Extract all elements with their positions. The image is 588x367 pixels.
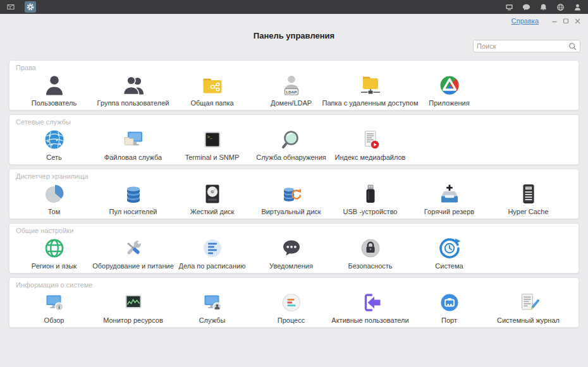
search-box (473, 40, 580, 52)
sections: ПраваПользовательГруппа пользователейОбщ… (0, 60, 588, 328)
terminal-icon: >_ (200, 126, 225, 153)
item-label: Системный журнал (497, 316, 560, 324)
file-service-icon (121, 126, 146, 153)
item-process[interactable]: Процесс (252, 289, 331, 324)
search-input[interactable] (477, 42, 568, 50)
item-volume[interactable]: Том (15, 181, 94, 215)
window-header: Справка (0, 14, 588, 25)
item-label: Монитор ресурсов (103, 316, 163, 324)
close-icon[interactable] (573, 17, 582, 25)
active-users-icon (358, 289, 383, 316)
section-label: Информация о системе (9, 278, 579, 289)
item-notifications[interactable]: Уведомления (252, 235, 331, 270)
section-items: Регион и языкОборудование и питаниеДела … (9, 235, 579, 270)
item-hyper-cache[interactable]: SSDHyper Cache (489, 181, 568, 215)
media-index-icon (358, 126, 383, 153)
item-media-index[interactable]: Индекс медиафайлов (331, 126, 410, 161)
item-terminal[interactable]: >_Terminal и SNMP (173, 126, 252, 161)
item-port[interactable]: Порт (410, 289, 489, 324)
applications-icon (437, 72, 462, 99)
item-label: Жесткий диск (190, 208, 235, 215)
chat-icon[interactable] (521, 2, 532, 13)
section-label: Права (9, 61, 579, 72)
storage-pool-icon (121, 181, 146, 207)
network-icon (42, 126, 67, 153)
item-scheduled-tasks[interactable]: Дела по расписанию (173, 235, 252, 270)
item-system-log[interactable]: Системный журнал (489, 289, 568, 324)
item-ldap-user[interactable]: LDAPДомен/LDAP (252, 72, 331, 107)
item-remote-folder[interactable]: Папка с удаленным доступом (331, 72, 410, 107)
item-label: Активные пользователи (331, 316, 408, 324)
user-group-icon (121, 72, 146, 99)
item-hardware-power[interactable]: Оборудование и питание (94, 235, 173, 270)
item-user-group[interactable]: Группа пользователей (94, 72, 173, 107)
help-link[interactable]: Справка (511, 17, 539, 25)
item-discovery[interactable]: Служба обнаружения (252, 126, 331, 161)
section-label: Диспетчер хранилища (9, 169, 579, 181)
notification-bell-icon[interactable] (538, 2, 549, 13)
hdd-icon (200, 181, 225, 207)
hardware-power-icon (121, 235, 146, 262)
svg-text:>_: >_ (207, 135, 212, 140)
item-active-users[interactable]: Активные пользователи (331, 289, 410, 324)
item-user[interactable]: Пользователь (15, 72, 94, 107)
item-label: Службы (199, 316, 226, 324)
app-launcher-icon[interactable] (5, 1, 16, 13)
topbar-left (5, 1, 44, 13)
globe-icon[interactable] (555, 2, 566, 13)
item-label: Индекс медиафайлов (335, 153, 406, 161)
search-icon[interactable] (568, 42, 577, 51)
item-usb[interactable]: USB -устройство (331, 181, 410, 215)
item-label: Безопасность (348, 262, 392, 270)
remote-folder-icon (358, 72, 383, 99)
item-security[interactable]: Безопасность (331, 235, 410, 270)
minimize-icon[interactable] (550, 17, 559, 25)
item-overview[interactable]: iОбзор (15, 289, 94, 324)
item-label: Пул носителей (109, 208, 157, 215)
shared-folder-icon (200, 72, 225, 99)
hot-spare-icon (437, 181, 462, 207)
item-file-service[interactable]: Файловая служба (94, 126, 173, 161)
hyper-cache-icon: SSD (516, 181, 541, 207)
services-icon (200, 289, 225, 316)
item-system[interactable]: Система (410, 235, 489, 270)
control-panel-app-icon[interactable] (25, 1, 36, 13)
item-region-language[interactable]: Регион и язык (15, 235, 94, 270)
section-items: iОбзорМонитор ресурсовСлужбыПроцессАктив… (9, 289, 579, 324)
item-services[interactable]: Службы (173, 289, 252, 324)
item-hdd[interactable]: Жесткий диск (173, 181, 252, 215)
virtual-disk-icon (279, 181, 304, 207)
item-label: Hyper Cache (508, 208, 548, 215)
item-storage-pool[interactable]: Пул носителей (94, 181, 173, 215)
item-virtual-disk[interactable]: Виртуальный диск (252, 181, 331, 215)
item-shared-folder[interactable]: Общая папка (173, 72, 252, 107)
section-card: Общие настройкиРегион и языкОборудование… (9, 223, 579, 274)
item-hot-spare[interactable]: Горячий резерв (410, 181, 489, 215)
section-card: Сетевые службыСетьФайловая служба>_Termi… (9, 114, 579, 165)
svg-text:LDAP: LDAP (286, 90, 297, 94)
screen-share-icon[interactable] (504, 2, 515, 13)
item-label: Общая папка (190, 99, 233, 107)
ldap-user-icon: LDAP (279, 72, 304, 99)
topbar (0, 0, 588, 14)
item-label: Обзор (44, 316, 64, 324)
account-icon[interactable] (572, 2, 583, 13)
user-icon (42, 72, 67, 99)
restore-icon[interactable] (561, 17, 570, 25)
topbar-right (498, 2, 583, 13)
item-label: Горячий резерв (424, 208, 474, 215)
section-card: Информация о системеiОбзорМонитор ресурс… (9, 277, 579, 328)
item-label: Уведомления (269, 262, 313, 270)
item-label: Процесс (278, 316, 305, 324)
item-network[interactable]: Сеть (15, 126, 94, 161)
system-icon (437, 235, 462, 262)
volume-icon (42, 181, 67, 207)
item-label: Служба обнаружения (256, 153, 326, 161)
section-items: СетьФайловая служба>_Terminal и SNMPСлуж… (9, 126, 579, 161)
item-label: Виртуальный диск (261, 208, 321, 215)
item-label: Приложения (429, 99, 469, 107)
section-label: Сетевые службы (9, 115, 579, 126)
item-resource-monitor[interactable]: Монитор ресурсов (94, 289, 173, 324)
process-icon (279, 289, 304, 316)
item-applications[interactable]: Приложения (410, 72, 489, 107)
